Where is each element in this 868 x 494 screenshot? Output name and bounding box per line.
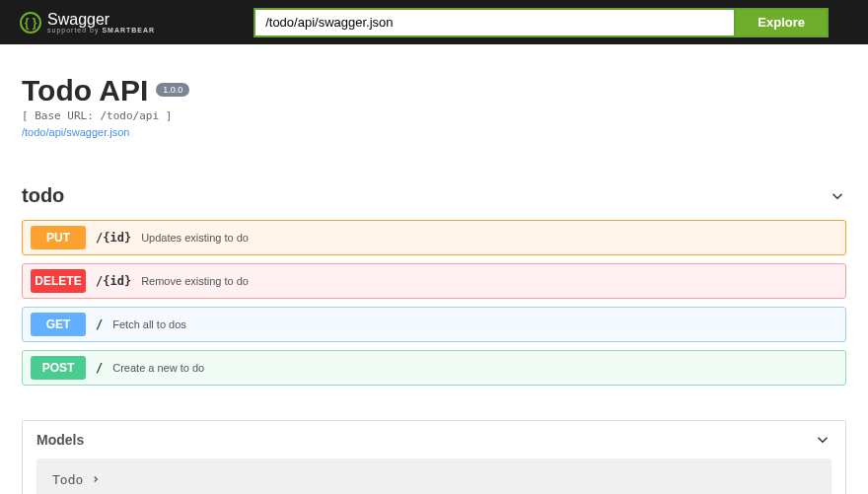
explore-button[interactable]: Explore — [734, 8, 829, 37]
method-badge-post: POST — [31, 356, 86, 380]
chevron-right-icon — [91, 470, 101, 488]
page-title: Todo API — [22, 74, 148, 107]
op-desc: Create a new to do — [112, 362, 204, 374]
base-url: [ Base URL: /todo/api ] — [22, 109, 846, 122]
models-section: Models Todo — [22, 420, 846, 494]
method-badge-delete: DELETE — [31, 269, 86, 293]
op-get-all[interactable]: GET / Fetch all to dos — [22, 307, 846, 342]
version-badge: 1.0.0 — [156, 83, 189, 97]
op-path: / — [96, 318, 103, 331]
chevron-down-icon — [829, 187, 846, 205]
swagger-logo[interactable]: { } Swagger supported by SMARTBEAR — [20, 11, 155, 34]
op-path: / — [96, 361, 103, 375]
op-path: /{id} — [96, 274, 131, 288]
op-desc: Updates existing to do — [141, 232, 249, 244]
model-item-todo[interactable]: Todo — [36, 459, 832, 494]
model-name: Todo — [52, 472, 83, 487]
op-put-id[interactable]: PUT /{id} Updates existing to do — [22, 220, 846, 255]
method-badge-get: GET — [31, 313, 86, 336]
tag-header-todo[interactable]: todo — [22, 184, 846, 212]
op-desc: Remove existing to do — [141, 275, 249, 287]
op-desc: Fetch all to dos — [112, 318, 186, 330]
spec-link[interactable]: /todo/api/swagger.json — [22, 126, 129, 138]
spec-url-input[interactable] — [253, 8, 734, 37]
chevron-down-icon — [814, 431, 832, 449]
url-bar: Explore — [253, 8, 829, 37]
models-heading: Models — [36, 432, 84, 448]
op-post-create[interactable]: POST / Create a new to do — [22, 350, 846, 386]
method-badge-put: PUT — [31, 226, 86, 249]
topbar: { } Swagger supported by SMARTBEAR Explo… — [0, 0, 868, 44]
op-path: /{id} — [96, 231, 131, 245]
api-title-row: Todo API 1.0.0 — [22, 74, 846, 107]
brand-sub: supported by SMARTBEAR — [47, 27, 155, 34]
op-delete-id[interactable]: DELETE /{id} Remove existing to do — [22, 263, 846, 299]
models-header[interactable]: Models — [23, 421, 845, 459]
swagger-icon: { } — [20, 12, 41, 34]
tag-name: todo — [22, 184, 64, 207]
